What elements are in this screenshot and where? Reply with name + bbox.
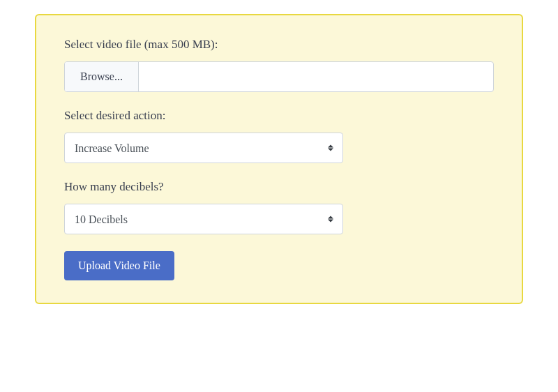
file-group: Select video file (max 500 MB): Browse..… — [64, 38, 494, 92]
action-select[interactable]: Increase Volume — [64, 133, 343, 163]
file-label: Select video file (max 500 MB): — [64, 38, 494, 52]
decibels-label: How many decibels? — [64, 180, 494, 194]
upload-button[interactable]: Upload Video File — [64, 251, 174, 280]
action-group: Select desired action: Increase Volume — [64, 109, 494, 163]
video-upload-form: Select video file (max 500 MB): Browse..… — [35, 14, 523, 304]
file-name-display — [139, 62, 493, 91]
browse-button[interactable]: Browse... — [65, 62, 139, 91]
decibels-select-wrapper: 10 Decibels — [64, 204, 343, 234]
decibels-select[interactable]: 10 Decibels — [64, 204, 343, 234]
file-input[interactable]: Browse... — [64, 61, 494, 92]
action-label: Select desired action: — [64, 109, 494, 123]
action-select-wrapper: Increase Volume — [64, 133, 343, 163]
decibels-group: How many decibels? 10 Decibels — [64, 180, 494, 234]
